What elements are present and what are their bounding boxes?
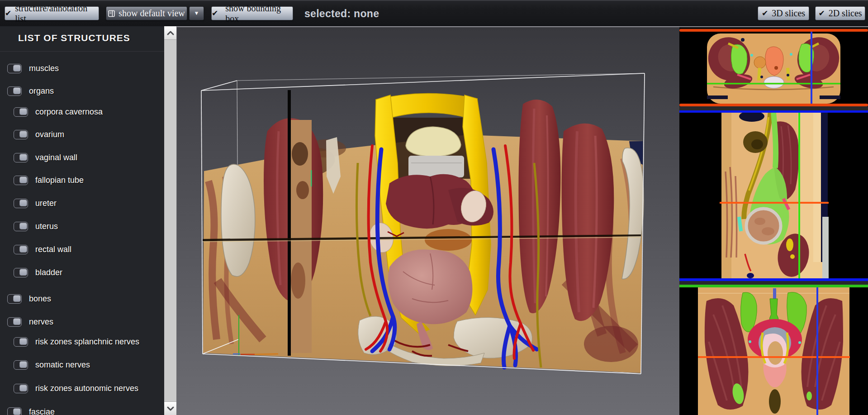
bowel-patch (425, 229, 472, 251)
2d-slices-button[interactable]: ✔ 2D slices (815, 6, 865, 20)
structure-annotation-list-button[interactable]: ✔ structure/annotation list (5, 6, 99, 20)
structure-annotation-list-label: structure/annotation list (15, 3, 99, 24)
structure-row-uterus: uterus (14, 221, 58, 232)
structure-row-rectal-wall: rectal wall (14, 244, 71, 255)
structure-label: uterus (35, 222, 58, 231)
coronal-crosshair-horizontal (698, 356, 850, 358)
3d-anatomy-canvas[interactable] (177, 27, 680, 415)
structure-row-nerves: nerves (7, 316, 53, 327)
show-bounding-box-button[interactable]: ✔ show bounding box (211, 6, 293, 20)
visibility-toggle[interactable] (14, 268, 28, 277)
structure-label: fasciae (29, 407, 55, 415)
toolbar: ✔ structure/annotation list show default… (0, 0, 868, 26)
chevron-up-icon (166, 30, 175, 36)
visibility-toggle[interactable] (7, 86, 22, 96)
panel-gap (679, 281, 868, 285)
3d-viewport[interactable] (176, 26, 679, 415)
gray-band (408, 156, 464, 177)
toggle-knob (13, 408, 21, 415)
structure-label: somatic nerves (35, 360, 90, 370)
sidebar-scrollbar[interactable] (164, 26, 176, 415)
2d-slices-panel (679, 26, 868, 415)
sagittal-plane-edge (288, 90, 291, 356)
structure-label: nerves (29, 317, 53, 327)
2d-slices-label: 2D slices (829, 8, 862, 19)
toggle-knob (19, 108, 27, 115)
structure-row-risk-zones-splanchnic-nerves: risk zones splanchnic nerves (14, 336, 139, 347)
coronal-slice-view[interactable] (679, 287, 868, 415)
coronal-crosshair-vertical (816, 287, 818, 415)
3d-slices-button[interactable]: ✔ 3D slices (758, 6, 809, 20)
toggle-knob (19, 246, 27, 253)
toggle-knob (19, 385, 27, 391)
structure-label: bladder (35, 268, 62, 277)
structure-label: organs (29, 86, 54, 96)
structure-row-fallopian-tube: fallopian tube (14, 175, 84, 186)
visibility-toggle[interactable] (14, 222, 28, 231)
default-view-dropdown-button[interactable]: ▼ (189, 6, 204, 20)
structure-row-somatic-nerves: somatic nerves (14, 359, 90, 370)
book-view-icon (108, 10, 115, 17)
visibility-toggle[interactable] (14, 337, 28, 347)
toggle-knob (13, 295, 21, 302)
structure-label: ureter (35, 199, 57, 208)
structure-label: muscles (29, 64, 59, 73)
scrollbar-thumb[interactable] (164, 40, 176, 401)
check-icon: ✔ (762, 10, 768, 17)
visibility-toggle[interactable] (14, 107, 28, 117)
structure-label: risk zones autonomic nerves (35, 384, 138, 393)
check-icon: ✔ (5, 10, 11, 17)
structure-row-risk-zones-autonomic-nerves: risk zones autonomic nerves (14, 383, 138, 394)
structure-label: fallopian tube (35, 176, 84, 185)
structure-label: corpora cavernosa (35, 107, 103, 117)
3d-slices-label: 3D slices (772, 8, 805, 19)
structure-label: ovarium (35, 130, 64, 139)
structure-row-ovarium: ovarium (14, 129, 64, 140)
toggle-knob (19, 223, 27, 229)
toggle-knob (19, 269, 27, 276)
sidebar-title: LIST OF STRUCTURES (18, 33, 130, 43)
toggle-knob (19, 361, 27, 368)
visibility-toggle[interactable] (7, 294, 22, 304)
show-default-view-label: show default view (119, 8, 185, 19)
structure-row-vaginal-wall: vaginal wall (14, 152, 77, 163)
visibility-toggle[interactable] (14, 360, 28, 370)
visibility-toggle[interactable] (7, 317, 22, 327)
selected-status: selected: none (304, 8, 379, 20)
structure-row-bones: bones (7, 293, 51, 304)
axial-crosshair-vertical (811, 32, 812, 104)
toggle-knob (13, 65, 21, 72)
visibility-toggle[interactable] (14, 130, 28, 139)
structure-row-ureter: ureter (14, 198, 57, 209)
scroll-down-button[interactable] (164, 401, 176, 415)
sagittal-crosshair-horizontal (720, 202, 829, 204)
axial-crosshair-horizontal (707, 83, 840, 85)
visibility-toggle[interactable] (7, 407, 22, 415)
structure-list-sidebar: LIST OF STRUCTURES muscles organs corpor… (0, 26, 164, 415)
divider (0, 51, 164, 52)
toggle-knob (19, 154, 27, 161)
chevron-down-icon (166, 406, 175, 411)
visibility-toggle[interactable] (7, 64, 22, 73)
toggle-knob (13, 318, 21, 325)
structure-label: rectal wall (35, 245, 71, 254)
toggle-knob (13, 87, 21, 94)
visibility-toggle[interactable] (14, 245, 28, 254)
toggle-knob (19, 176, 27, 183)
visibility-toggle[interactable] (14, 384, 28, 393)
visibility-toggle[interactable] (14, 176, 28, 185)
sagittal-slab-strip (291, 120, 312, 353)
show-default-view-button[interactable]: show default view (106, 6, 187, 20)
visibility-toggle[interactable] (14, 153, 28, 162)
sagittal-slice-view[interactable] (679, 113, 868, 278)
visibility-toggle[interactable] (14, 199, 28, 208)
check-icon: ✔ (212, 10, 218, 17)
axial-slice-view[interactable] (679, 32, 868, 104)
toggle-knob (19, 131, 27, 138)
scroll-up-button[interactable] (164, 26, 176, 40)
chevron-down-icon: ▼ (194, 10, 199, 17)
panel-gap (679, 106, 868, 110)
structure-row-organs: organs (7, 86, 54, 96)
structure-label: risk zones splanchnic nerves (35, 337, 139, 347)
structure-row-bladder: bladder (14, 267, 62, 278)
